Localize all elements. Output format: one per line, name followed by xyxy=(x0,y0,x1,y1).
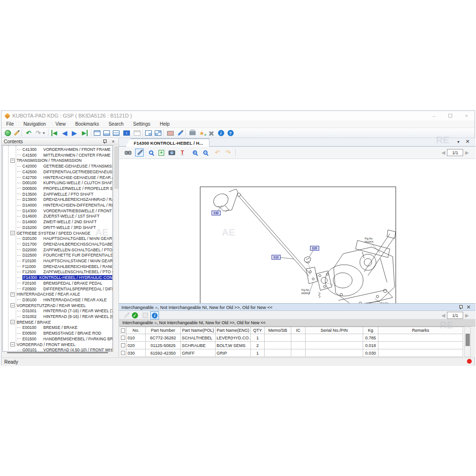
callout-010[interactable]: 010 xyxy=(272,255,280,259)
tree-item-G00101[interactable]: G00101VORDERRAD (4.50-10) / FRONT WHEEL … xyxy=(3,347,113,352)
layout-split-button[interactable] xyxy=(112,129,120,137)
minimize-button[interactable]: – xyxy=(426,111,442,120)
tree-item-E01500[interactable]: E01500HANDBREMSEHEBEL / PARKING BRAKE xyxy=(3,336,113,342)
collapse-icon[interactable]: − xyxy=(10,342,15,347)
capture-button[interactable] xyxy=(166,129,175,137)
tree-item-F20100[interactable]: F20100BREMSPEDAL / BRAKE PEDAL xyxy=(3,280,113,286)
menu-file[interactable]: File xyxy=(1,121,19,127)
tree-item-E00500[interactable]: E00500BREMSSTANGE / BRAKE ROD xyxy=(3,330,113,336)
column-header[interactable]: Part Number xyxy=(146,327,181,334)
menu-search[interactable]: Search xyxy=(104,121,129,127)
tree-item-D21700[interactable]: D21700DREHZAHLBEREICHSSCHALTGABEL / R xyxy=(3,241,113,247)
table-row[interactable]: 03061592-42350GRIFFGRIP10.030 xyxy=(120,349,464,357)
column-header[interactable]: Part Name(ENG) xyxy=(216,327,251,334)
prev-page-icon[interactable]: ◀ xyxy=(442,150,446,155)
tree-item-D22000[interactable]: D22000ZAPFWELLEN-SCHALTGABEL / PTO GEA xyxy=(3,247,113,253)
callout-020[interactable]: 020 xyxy=(310,246,319,250)
tile-window-button[interactable] xyxy=(154,129,162,137)
pin-bottom-panel-button[interactable] xyxy=(459,305,462,310)
tree-vertical-scrollbar[interactable] xyxy=(113,145,119,352)
nav-first-button[interactable]: ◀ xyxy=(50,129,59,137)
collapse-icon[interactable]: − xyxy=(10,292,15,297)
tree-item-D14300[interactable]: D14300VORDERANTRIEBSWELLE / FRONT PRO xyxy=(3,208,113,214)
tree-node[interactable]: −BREMSE / BRAKE xyxy=(3,319,113,325)
nav-forward-button[interactable]: ▶ xyxy=(70,129,79,137)
tab-f14300[interactable]: F14300 KONTROLL-HEBEL / H... xyxy=(126,139,209,147)
tree-item-E00100[interactable]: E00100BREMSE / BRAKE xyxy=(3,325,113,330)
apply-button[interactable]: ✓ xyxy=(130,311,139,319)
tree-item-C42500[interactable]: C42500DIFFERENTIALGETRIEBEGEHAEUSE / DI xyxy=(3,169,113,175)
menu-view[interactable]: View xyxy=(50,121,70,127)
memo-window-button[interactable] xyxy=(133,129,141,137)
row-checkbox[interactable] xyxy=(121,351,125,355)
home-button[interactable] xyxy=(3,129,12,137)
undo-button[interactable]: ↶ xyxy=(24,129,33,137)
close-button[interactable]: × xyxy=(458,111,475,120)
row-checkbox[interactable] xyxy=(121,343,125,347)
select-tool-button[interactable] xyxy=(135,149,144,157)
tree-item-F11000[interactable]: F11000DREHZAHLBEREICHSHEBEL / RANGE GE xyxy=(3,264,113,269)
text-tool-button[interactable]: T xyxy=(178,149,187,157)
collapse-icon[interactable]: − xyxy=(10,303,15,307)
table-row[interactable]: 0106C772-36282SCHALTHEBELLEVER(HYD.CO...… xyxy=(120,334,464,342)
zoom-region-button[interactable] xyxy=(147,149,155,157)
tree-item-D15200[interactable]: D15200DRITT-WELLE / 3RD SHAFT xyxy=(3,225,113,230)
zoom-in-button[interactable]: + xyxy=(190,149,199,157)
collapse-icon[interactable]: − xyxy=(10,159,15,163)
nav-back-button[interactable]: ◀ xyxy=(60,129,69,137)
fit-view-button[interactable]: + xyxy=(157,149,166,157)
menu-navigation[interactable]: Navigation xyxy=(19,121,50,127)
maximize-button[interactable] xyxy=(442,111,458,120)
settings-button[interactable] xyxy=(207,129,216,137)
next-page-icon[interactable]: ▶ xyxy=(465,150,469,155)
tree-node[interactable]: −VORDERRAD / FRONT WHEEL xyxy=(3,342,113,347)
table-row[interactable]: 02001125-50825SCHRAUBEBOLT,W SEMS20.018 xyxy=(120,342,464,349)
layout-top-button[interactable] xyxy=(93,129,101,137)
part-info-button[interactable]: i xyxy=(150,311,159,319)
tree-item-D20100[interactable]: D20100HAUPTSCHALTGABEL / MAIN GEAR SHIF xyxy=(3,236,113,241)
rotate-left-button[interactable]: ↶ xyxy=(213,149,222,157)
tree-item-D13900[interactable]: D13900DREHZAHLBEREICHSZAHNRAD / RANG xyxy=(3,197,113,202)
tree-node[interactable]: −HINTERRADACHSE / REAR AXLE xyxy=(3,291,113,297)
tree-item-D00100[interactable]: D00100KUPPLUNG-WELLE / CLUTCH SHAFT xyxy=(3,180,113,186)
tree-item-F14300[interactable]: F14300 KONTROLL-HEBEL / HYDRAULIC CONTR xyxy=(3,275,113,280)
tree-item-D30100[interactable]: D30100HINTERRADACHSE / REAR AXLE xyxy=(3,297,113,303)
column-header[interactable]: Remarks xyxy=(378,327,463,334)
info-window-button[interactable]: i xyxy=(122,129,131,137)
prev-page-icon[interactable]: ◀ xyxy=(442,313,446,318)
tree-item-C42000[interactable]: C42000GETRIEBE-GEHAEUSE / TRANSMISSION xyxy=(3,163,113,169)
selected-tree-item[interactable]: F14300 KONTROLL-HEBEL / HYDRAULIC CONTR xyxy=(22,275,113,280)
column-header[interactable]: Serial No./PIN xyxy=(306,327,363,334)
tree-item-D31002[interactable]: D31002HINTERRAD (8-16) / REAR WHEEL (8-1… xyxy=(3,314,113,319)
tree-item-F12500[interactable]: F12500ZAPFWELLENSCHALTHEBEL / PTO GEAR xyxy=(3,269,113,275)
tree-item-D22500[interactable]: D22500FOURCHETTE FUR DIFFERENTIALSPER xyxy=(3,252,113,258)
help-button[interactable]: ? xyxy=(226,129,235,137)
row-checkbox[interactable] xyxy=(121,336,125,340)
column-header[interactable]: Kg xyxy=(363,327,378,334)
close-bottom-panel-button[interactable]: ✕ xyxy=(466,305,471,309)
column-header[interactable]: No. xyxy=(127,327,146,334)
next-page-icon[interactable]: ▶ xyxy=(465,313,469,318)
callout-030[interactable]: 030 xyxy=(212,211,220,215)
print-button[interactable] xyxy=(188,129,197,137)
zoom-out-button[interactable]: − xyxy=(201,149,209,157)
nav-last-button[interactable]: ▶ xyxy=(80,129,89,137)
close-tab-button[interactable]: ✕ xyxy=(466,139,470,144)
memo-button[interactable] xyxy=(141,311,149,319)
close-panel-button[interactable]: × xyxy=(112,139,115,144)
tree-item-D14600[interactable]: D14600ZUERST-WELLE / 1ST SHAFT xyxy=(3,213,113,219)
select-all-checkbox[interactable] xyxy=(121,328,125,333)
popup-window-button[interactable] xyxy=(144,129,153,137)
tree-item-C41500[interactable]: C41500MITTLERAHMEN / CENTER FRAME xyxy=(3,152,113,158)
layout-bottom-button[interactable] xyxy=(102,129,111,137)
edit-list-button[interactable] xyxy=(122,311,130,319)
find-button[interactable] xyxy=(124,149,132,157)
rotate-right-button[interactable]: ↷ xyxy=(224,149,232,157)
add-bookmark-button[interactable]: ★+ xyxy=(198,129,206,137)
menu-help[interactable]: Help xyxy=(155,121,175,127)
menu-bookmarks[interactable]: Bookmarks xyxy=(70,121,104,127)
collapse-icon[interactable]: − xyxy=(10,231,15,235)
column-header[interactable]: Part Name(POL) xyxy=(181,327,216,334)
tree-item-D13500[interactable]: D13500ZAPFWELLE / PTO SHAFT xyxy=(3,191,113,197)
table-vertical-scrollbar[interactable] xyxy=(464,327,471,357)
